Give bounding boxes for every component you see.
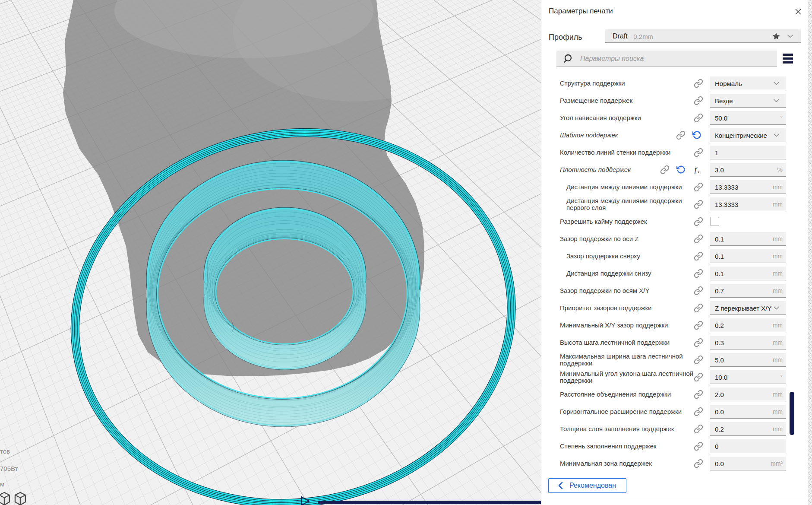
svg-text:f: f [695, 165, 698, 174]
svg-text:тов: тов [0, 448, 10, 455]
svg-text:705Вт: 705Вт [0, 465, 18, 472]
svg-text:м: м [0, 480, 4, 488]
svg-text:x: x [698, 170, 700, 174]
